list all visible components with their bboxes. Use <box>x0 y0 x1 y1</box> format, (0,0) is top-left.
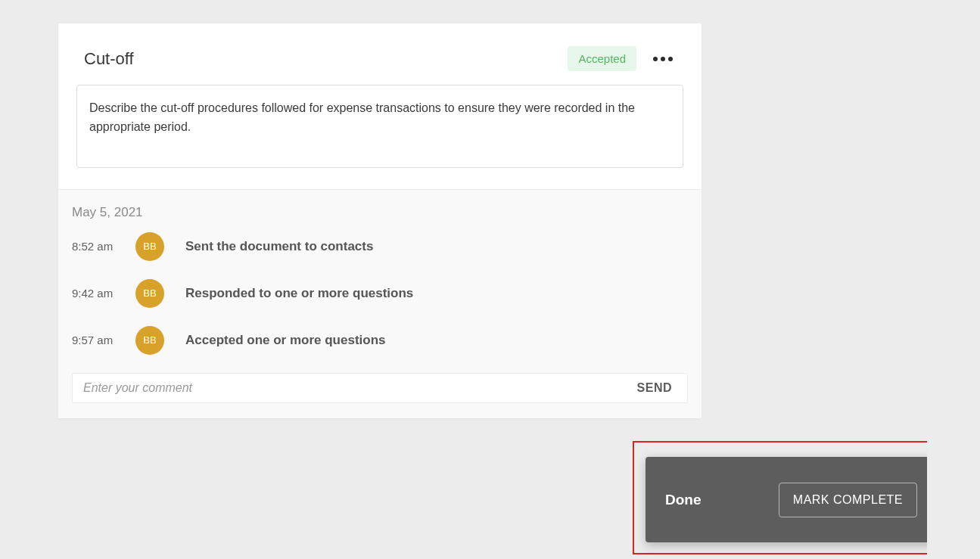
activity-section: May 5, 2021 8:52 am BB Sent the document… <box>58 189 702 418</box>
toast-actions: MARK COMPLETE <box>779 483 952 517</box>
activity-time: 9:57 am <box>72 334 125 346</box>
comment-input[interactable] <box>83 381 637 395</box>
send-button[interactable]: SEND <box>637 381 672 395</box>
avatar: BB <box>135 232 164 261</box>
activity-text: Sent the document to contacts <box>185 239 373 254</box>
toast-title: Done <box>665 492 702 508</box>
card-header-actions: Accepted <box>568 46 676 71</box>
status-badge: Accepted <box>568 46 636 71</box>
activity-text: Accepted one or more questions <box>185 333 386 348</box>
activity-item: 8:52 am BB Sent the document to contacts <box>72 232 688 261</box>
activity-item: 9:42 am BB Responded to one or more ques… <box>72 279 688 308</box>
activity-item: 9:57 am BB Accepted one or more question… <box>72 326 688 355</box>
avatar: BB <box>135 279 164 308</box>
comment-bar: SEND <box>72 373 688 403</box>
question-description: Describe the cut-off procedures followed… <box>76 85 683 168</box>
question-card: Cut-off Accepted Describe the cut-off pr… <box>58 23 702 418</box>
activity-time: 9:42 am <box>72 287 125 300</box>
more-menu-icon[interactable] <box>650 54 676 64</box>
activity-text: Responded to one or more questions <box>185 286 413 301</box>
toast: Done MARK COMPLETE <box>646 457 966 542</box>
mark-complete-button[interactable]: MARK COMPLETE <box>779 483 917 517</box>
page-background: Cut-off Accepted Describe the cut-off pr… <box>0 0 927 559</box>
toast-highlight-frame: Done MARK COMPLETE <box>633 441 975 554</box>
avatar: BB <box>135 326 164 355</box>
right-gutter <box>927 0 980 559</box>
card-header: Cut-off Accepted <box>58 23 702 80</box>
card-title: Cut-off <box>84 49 134 69</box>
activity-date: May 5, 2021 <box>72 205 688 220</box>
activity-time: 8:52 am <box>72 240 125 253</box>
